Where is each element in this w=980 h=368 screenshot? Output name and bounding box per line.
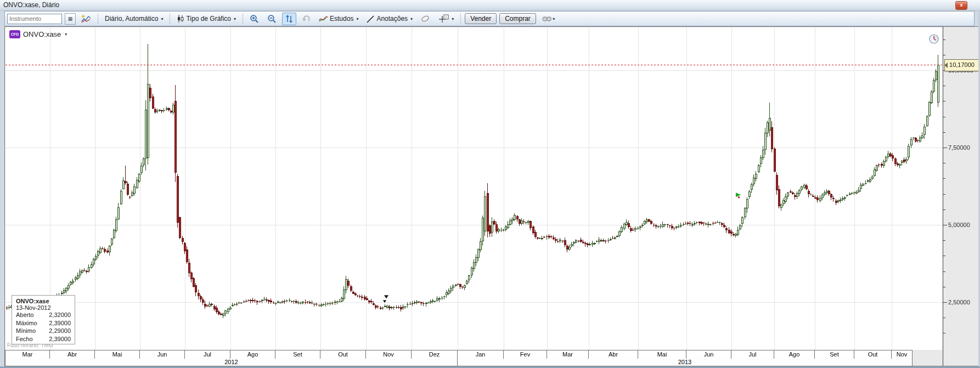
month-cell: Jul	[731, 350, 774, 359]
month-cell: Mar	[547, 350, 589, 359]
symbol-header[interactable]: CFD ONVO:xase ▾	[9, 30, 67, 38]
price-axis-tick	[943, 163, 945, 163]
price-axis-tick	[943, 302, 947, 303]
annotations-dropdown[interactable]: Anotações ▾	[364, 13, 415, 25]
price-axis-tick	[943, 194, 945, 195]
toolbar-separator	[243, 13, 243, 24]
month-cell: Ago	[230, 350, 275, 359]
month-cell: Mar	[5, 350, 50, 359]
price-axis-tick	[943, 225, 947, 225]
toolbar-separator	[460, 13, 461, 24]
zoom-out-icon	[267, 14, 277, 24]
price-axis-tick	[943, 210, 945, 210]
chart-type-label: Tipo de Gráfico	[186, 15, 231, 22]
annotation-line-icon	[367, 15, 375, 23]
title-bar: ONVO:xase, Diário x	[0, 0, 980, 11]
price-axis-tick	[943, 333, 945, 333]
price-axis-tick	[943, 287, 945, 287]
current-price-label: 10,17000	[949, 61, 975, 68]
year-cell: 2012	[5, 359, 458, 366]
month-cell: Abr	[589, 350, 638, 359]
price-axis-label: 5,00000	[948, 222, 970, 228]
price-axis[interactable]: 10,000007,500005,000002,50000	[943, 27, 978, 366]
chevron-down-icon: ▾	[356, 16, 358, 21]
chevron-down-icon: ▾	[410, 16, 413, 21]
add-chart-button[interactable]: ✦	[78, 13, 94, 25]
tooltip-row: Fecho2,39000	[16, 335, 71, 343]
price-axis-label: 7,50000	[948, 144, 970, 151]
price-axis-tick	[943, 39, 945, 40]
sell-button[interactable]: Vender	[465, 13, 497, 24]
gear-icon: ⚙⚙	[542, 15, 550, 23]
price-axis-tick	[943, 55, 945, 55]
month-cell: Jun	[686, 350, 731, 359]
undo-button[interactable]	[299, 13, 313, 25]
price-axis-tick	[943, 256, 945, 256]
delayed-data-clock-icon	[929, 34, 939, 44]
chevron-down-icon: ▾	[452, 16, 454, 21]
close-button[interactable]: x	[955, 1, 967, 10]
tooltip-row-label: Mínimo	[16, 327, 36, 335]
year-cell: 2013	[458, 359, 913, 366]
chart-area: 10,000007,500005,000002,50000 10,17000 C…	[4, 26, 978, 366]
month-cell: Jun	[140, 350, 185, 359]
price-axis-tick	[943, 240, 945, 241]
current-price-callout: 10,17000	[944, 59, 979, 71]
crosshair-info-dropdown[interactable]: i ▾	[436, 13, 457, 25]
month-cell: Nov	[366, 350, 412, 359]
period-dropdown[interactable]: Diário, Automático ▾	[102, 13, 166, 24]
tooltip-row: Máximo2,39000	[16, 319, 71, 327]
chevron-down-icon: ▾	[234, 16, 236, 21]
period-label: Diário, Automático	[105, 15, 158, 22]
month-cell: Nov	[892, 350, 913, 359]
zoom-out-button[interactable]	[264, 13, 279, 25]
chevron-down-icon: ▾	[553, 16, 555, 21]
candlestick-chart-canvas[interactable]	[5, 27, 943, 350]
chevron-down-icon[interactable]: ▾	[65, 32, 67, 37]
tooltip-symbol: ONVO:xase	[16, 298, 71, 304]
buy-button[interactable]: Comprar	[499, 13, 536, 24]
month-cell: Mai	[95, 350, 140, 359]
month-cell: Fev	[504, 350, 547, 359]
pan-tool-button[interactable]	[282, 13, 296, 25]
tooltip-row-label: Máximo	[16, 319, 37, 327]
chart-type-dropdown[interactable]: Tipo de Gráfico ▾	[174, 13, 239, 25]
tooltip-date: 13-Nov-2012	[16, 304, 71, 311]
eraser-button[interactable]	[418, 13, 433, 24]
tooltip-row: Aberto2,32000	[16, 311, 71, 319]
tooltip-row-label: Aberto	[16, 311, 33, 319]
settings-dropdown[interactable]: ⚙⚙ ▾	[539, 13, 557, 25]
chart-toolbar: ▦ ✦ Diário, Automático ▾ Tipo de Gráfico…	[4, 11, 975, 26]
price-axis-tick	[943, 132, 945, 133]
price-axis-tick	[943, 117, 945, 117]
instrument-picker-button[interactable]: ▦	[65, 13, 76, 25]
month-cell: Set	[815, 350, 854, 359]
tooltip-row-label: Fecho	[16, 335, 33, 343]
month-cell: Dez	[412, 350, 458, 359]
cfd-badge: CFD	[9, 30, 20, 38]
price-axis-tick	[943, 178, 945, 179]
zoom-in-icon	[250, 14, 259, 24]
tooltip-row-value: 2,39000	[49, 335, 71, 343]
zoom-in-button[interactable]	[247, 13, 262, 25]
month-cell: Out	[854, 350, 892, 359]
time-axis-years: 20122013	[5, 359, 913, 366]
price-axis-tick	[943, 318, 945, 318]
price-axis-tick	[943, 101, 945, 101]
price-axis-label: 2,50000	[948, 299, 970, 305]
studies-label: Estudos	[330, 15, 353, 22]
month-cell: Ago	[774, 350, 815, 359]
pan-arrows-icon	[285, 14, 294, 24]
tooltip-row-value: 2,39000	[49, 319, 71, 327]
price-axis-tick	[943, 271, 945, 272]
chevron-down-icon: ▾	[161, 16, 163, 21]
instrument-search-input[interactable]	[7, 14, 62, 24]
candlestick-icon	[177, 14, 184, 23]
ohlc-tooltip: ONVO:xase 13-Nov-2012 Aberto2,32000Máxim…	[12, 295, 75, 344]
chart-plus-icon: ✦	[81, 14, 91, 23]
eraser-icon	[421, 15, 430, 22]
month-cell: Mai	[638, 350, 686, 359]
tooltip-row-value: 2,32000	[49, 311, 71, 319]
studies-dropdown[interactable]: Estudos ▾	[316, 13, 361, 24]
studies-waves-icon	[319, 15, 328, 22]
